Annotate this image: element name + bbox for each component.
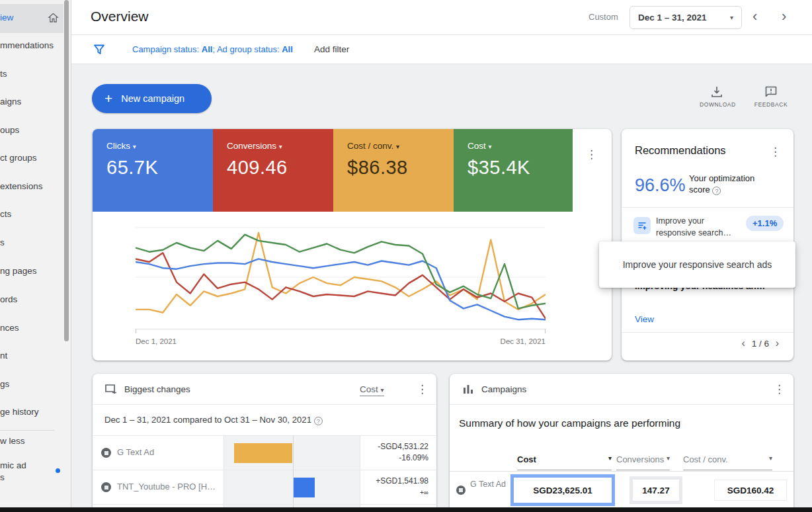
scorecard-clicks-value: 65.7K: [106, 157, 213, 179]
chevron-down-icon: ▾: [381, 386, 384, 394]
campaigns-header: Campaigns ⋮: [450, 374, 793, 405]
download-button[interactable]: DOWNLOAD: [700, 86, 734, 108]
overview-card-menu-icon[interactable]: ⋮: [586, 149, 597, 161]
filter-bar: Campaign status: All; Ad group status: A…: [71, 35, 812, 64]
view-link[interactable]: View: [635, 314, 654, 324]
scorecard-conversions-value: 409.46: [227, 157, 333, 179]
chevron-down-icon: ▾: [608, 454, 612, 462]
trend-chart-svg: [136, 226, 546, 333]
screen-bottom-bar: [0, 507, 812, 512]
recommendation-item[interactable]: Improve your responsive search…: [656, 215, 731, 239]
sidebar-item-extensions[interactable]: extensions: [0, 181, 60, 191]
help-icon[interactable]: ?: [314, 417, 323, 425]
sidebar-item-audiences[interactable]: nces: [0, 323, 60, 333]
biggest-changes-table: G Text Ad -SGD4,531.22 -16.09% TNT_Youtu…: [93, 435, 436, 512]
feedback-button[interactable]: FEEDBACK: [754, 86, 788, 108]
table-row[interactable]: TNT_Youtube - PRO [H… +SGD1,541.98 +∞: [93, 470, 436, 504]
sidebar-item-content[interactable]: nt: [0, 351, 60, 361]
conversions-value: 147.27: [633, 480, 679, 501]
optimization-score-label: Your optimization score ?: [689, 173, 754, 195]
home-icon[interactable]: [48, 13, 59, 23]
campaigns-title: Campaigns: [481, 384, 526, 394]
scorecard-clicks-label: Clicks: [106, 141, 130, 151]
sidebar-item-keywords[interactable]: ords: [0, 294, 60, 304]
sidebar-item-ad-groups[interactable]: oups: [0, 125, 60, 135]
recommendations-title: Recommendations: [635, 144, 726, 157]
new-campaign-button[interactable]: + New campaign: [92, 84, 212, 113]
campaign-name: TNT_Youtube - PRO [H…: [117, 482, 216, 491]
help-icon[interactable]: ?: [712, 187, 721, 195]
campaign-status-icon: [456, 486, 466, 495]
table-row[interactable]: G Text Ad -SGD4,531.22 -16.09%: [93, 435, 436, 470]
scorecard-3[interactable]: Cost ▾ $35.4K: [454, 129, 573, 212]
sidebar-item-recommendations[interactable]: mmendations: [0, 40, 60, 50]
biggest-changes-title: Biggest changes: [124, 384, 190, 394]
tooltip-text: Improve your responsive search ads: [623, 259, 772, 270]
scorecard-1[interactable]: Conversions ▾ 409.46: [213, 129, 333, 212]
chevron-down-icon: ▾: [667, 454, 670, 462]
biggest-changes-metric-dropdown[interactable]: Cost ▾: [360, 384, 384, 396]
sidebar: iew mmendations ts aigns oups ct groups …: [0, 0, 71, 512]
sidebar-item-show-less[interactable]: w less: [0, 436, 60, 446]
zero-axis: [293, 436, 294, 470]
change-values: -SGD4,531.22 -16.09%: [360, 441, 428, 464]
date-range-type: Custom: [589, 12, 618, 22]
chevron-down-icon[interactable]: ▾: [133, 143, 136, 150]
change-bar-1: [294, 478, 315, 497]
date-next-button[interactable]: ›: [782, 7, 786, 26]
change-percent: -16.09%: [360, 452, 428, 464]
page-header: Overview Custom Dec 1 – 31, 2021 ▾ ‹ ›: [71, 0, 812, 35]
comparison-range-label: Dec 1 – 31, 2021 compared to Oct 31 – No…: [104, 415, 323, 425]
active-filters[interactable]: Campaign status: All; Ad group status: A…: [132, 44, 293, 54]
column-header-conversions[interactable]: Conversions ▾: [616, 454, 670, 470]
sidebar-item-insights[interactable]: ts: [0, 69, 60, 79]
column-header-cost[interactable]: Cost ▾: [517, 454, 612, 470]
new-campaign-label: New campaign: [121, 93, 184, 104]
scorecard-2[interactable]: Cost / conv. ▾ $86.38: [333, 129, 454, 212]
divider: [622, 207, 793, 208]
column-header-conversions-label: Conversions: [616, 454, 664, 464]
change-values: +SGD1,541.98 +∞: [360, 476, 428, 498]
campaigns-summary-heading: Summary of how your campaigns are perfor…: [459, 417, 680, 429]
plus-icon: +: [104, 92, 112, 105]
x-axis-end-label: Dec 31, 2021: [136, 337, 546, 345]
biggest-changes-menu-icon[interactable]: ⋮: [417, 384, 428, 396]
chevron-down-icon[interactable]: ▾: [489, 143, 492, 150]
chevron-down-icon[interactable]: ▾: [279, 143, 282, 150]
biggest-changes-card: Biggest changes Cost ▾ ⋮ Dec 1 – 31, 202…: [93, 374, 436, 512]
campaign-status-icon: [101, 448, 111, 458]
recommendations-menu-icon[interactable]: ⋮: [770, 146, 781, 158]
sidebar-item-products[interactable]: cts: [0, 209, 60, 219]
sidebar-item-landing-pages[interactable]: ng pages: [0, 266, 60, 276]
add-filter-button[interactable]: Add filter: [314, 44, 349, 54]
notification-dot: [56, 468, 60, 473]
pager-prev-icon[interactable]: ‹: [738, 337, 749, 349]
date-range-selector[interactable]: Dec 1 – 31, 2021 ▾: [629, 6, 742, 29]
sidebar-item-product-groups[interactable]: ct groups: [0, 153, 60, 163]
biggest-changes-header: Biggest changes Cost ▾ ⋮: [93, 374, 436, 405]
table-row[interactable]: G Text Ad SGD23,625.01 147.27 SGD160.42: [450, 471, 793, 508]
tooltip: Improve your responsive search ads: [599, 241, 795, 288]
date-prev-button[interactable]: ‹: [752, 7, 757, 26]
sidebar-item-dynamic-ad-line1[interactable]: mic ad: [0, 460, 60, 470]
trend-line-cost-conv-: [136, 233, 546, 313]
sidebar-item-dynamic-ad-line2[interactable]: s: [0, 472, 60, 482]
sidebar-item-settings[interactable]: gs: [0, 379, 60, 389]
filter-icon: [93, 44, 105, 56]
change-percent: +∞: [360, 487, 428, 498]
sidebar-scrollbar[interactable]: [64, 0, 69, 341]
column-header-cost-label: Cost: [517, 454, 536, 464]
scorecard-cost-per-conv-label: Cost / conv.: [347, 141, 393, 151]
chevron-down-icon[interactable]: ▾: [396, 143, 399, 150]
scorecard-conversions-label: Conversions: [227, 141, 276, 151]
column-header-cost-per-conv[interactable]: Cost / conv. ▾: [683, 454, 772, 470]
scorecard-cost-per-conv-value: $86.38: [347, 157, 454, 179]
pager-next-icon[interactable]: ›: [772, 337, 783, 349]
campaign-name: G Text Ad: [117, 447, 154, 457]
sidebar-item-campaigns[interactable]: aigns: [0, 97, 60, 107]
scorecard-0[interactable]: Clicks ▾ 65.7K: [93, 129, 213, 212]
overview-chart-card: Clicks ▾ 65.7K Conversions ▾ 409.46 Cost…: [93, 129, 612, 361]
sidebar-item-videos[interactable]: s: [0, 237, 60, 247]
campaigns-menu-icon[interactable]: ⋮: [774, 384, 785, 396]
sidebar-item-change-history[interactable]: ge history: [0, 407, 60, 417]
